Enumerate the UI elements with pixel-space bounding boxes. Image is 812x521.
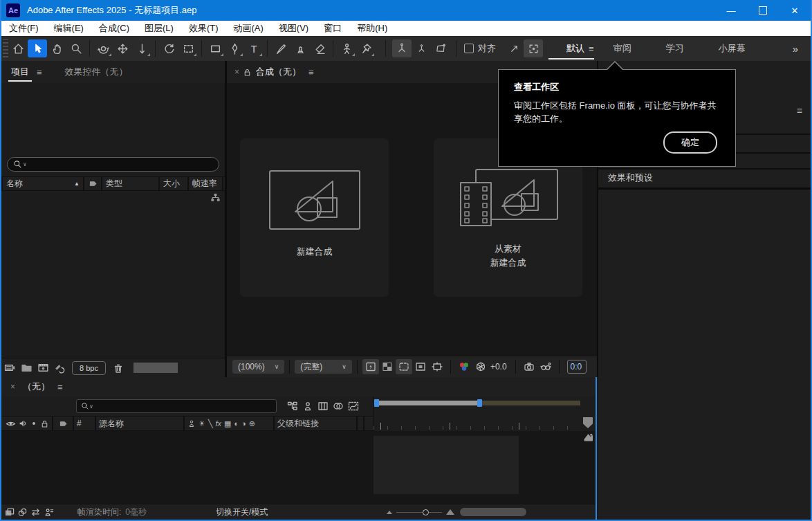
quality-icon[interactable]: ╲ <box>208 419 213 428</box>
timeline-scrollbar-thumb[interactable] <box>460 508 526 516</box>
zoom-slider-knob[interactable] <box>423 509 429 515</box>
dolly-camera-tool[interactable] <box>132 39 151 57</box>
hand-tool[interactable] <box>47 39 66 57</box>
menu-effect[interactable]: 效果(T) <box>181 21 226 36</box>
index-column[interactable]: # <box>73 417 95 430</box>
maximize-button[interactable] <box>747 0 779 21</box>
magnification-dropdown[interactable]: (100%) ∨ <box>232 360 284 374</box>
local-axis-mode-button[interactable] <box>392 39 412 57</box>
close-button[interactable]: ✕ <box>779 0 811 21</box>
audio-speaker-icon[interactable] <box>18 419 28 428</box>
tab-project[interactable]: 项目 <box>7 61 33 83</box>
work-area-start-handle[interactable] <box>374 399 379 407</box>
adjustment-layer-icon[interactable]: ◑ <box>241 419 246 428</box>
minimize-button[interactable]: — <box>715 0 747 21</box>
zoom-slider[interactable] <box>396 512 442 513</box>
pen-tool[interactable] <box>225 39 244 57</box>
menu-window[interactable]: 窗口 <box>316 21 349 36</box>
pin-tool[interactable] <box>356 39 376 57</box>
timecode-field[interactable]: 0:0 <box>567 360 587 374</box>
unified-camera-tool[interactable] <box>178 39 198 57</box>
puppet-tool[interactable] <box>337 39 356 57</box>
project-scrollbar-thumb[interactable] <box>133 363 178 373</box>
resolution-dropdown[interactable]: (完整) ∨ <box>295 360 352 374</box>
project-search-input[interactable] <box>30 159 219 170</box>
info-panel-menu-icon[interactable]: ≡ <box>797 105 802 116</box>
marquee-ui-button[interactable] <box>524 39 543 57</box>
brush-tool[interactable] <box>271 39 290 57</box>
show-channel-button[interactable] <box>456 359 472 374</box>
comp-marker-button[interactable] <box>582 432 594 444</box>
show-snapshot-button[interactable] <box>537 359 554 374</box>
world-axis-mode-button[interactable] <box>412 39 431 57</box>
composition-tab-close-icon[interactable]: × <box>231 67 243 77</box>
motion-blur-icon[interactable]: ◐ <box>234 419 239 428</box>
expand-in-out-button[interactable] <box>29 506 42 518</box>
exposure-region-button[interactable] <box>429 359 445 374</box>
eraser-tool[interactable] <box>310 39 329 57</box>
new-composition-card[interactable]: 新建合成 <box>240 138 389 297</box>
column-frame-rate[interactable]: 帧速率 <box>187 177 223 190</box>
frame-blend-button[interactable] <box>315 399 331 413</box>
menu-help[interactable]: 帮助(H) <box>349 21 395 36</box>
menu-layer[interactable]: 图层(L) <box>137 21 181 36</box>
menu-view[interactable]: 视图(V) <box>271 21 316 36</box>
interpret-footage-button[interactable] <box>1 360 18 376</box>
mask-visibility-button[interactable] <box>412 359 429 374</box>
parent-link-column[interactable]: 父级和链接 <box>273 417 356 430</box>
timeline-search-box[interactable]: ∨ <box>76 399 277 413</box>
snap-checkbox[interactable] <box>464 44 474 53</box>
tab-effect-controls[interactable]: 效果控件（无） <box>61 61 132 83</box>
menu-animation[interactable]: 动画(A) <box>226 21 271 36</box>
threed-layer-icon[interactable]: ⊕ <box>249 419 255 428</box>
solo-icon[interactable] <box>30 419 38 428</box>
menu-file[interactable]: 文件(F) <box>1 21 46 36</box>
tooltip-ok-button[interactable]: 确定 <box>663 131 717 154</box>
search-options-chevron-icon[interactable]: ∨ <box>89 403 93 410</box>
work-area-end-handle[interactable] <box>477 399 482 407</box>
snap-control[interactable]: 对齐 <box>464 42 496 55</box>
shrink-ui-button[interactable] <box>504 39 524 57</box>
zoom-tool[interactable] <box>66 39 86 57</box>
time-ruler[interactable] <box>373 416 581 430</box>
stamp-tool[interactable] <box>290 39 310 57</box>
tab-composition[interactable]: 合成（无） <box>252 61 305 83</box>
menu-composition[interactable]: 合成(C) <box>91 21 137 36</box>
shy-guy-icon[interactable] <box>187 419 196 428</box>
mini-flowchart-button[interactable] <box>285 399 300 413</box>
timeline-search-input[interactable] <box>95 401 276 412</box>
unlock-icon[interactable] <box>243 68 252 77</box>
snapshot-button[interactable] <box>521 359 537 374</box>
pan-camera-tool[interactable] <box>113 39 132 57</box>
frame-blend-icon[interactable]: ▦ <box>224 419 231 428</box>
new-composition-button[interactable] <box>35 360 51 376</box>
expand-transfer-controls-button[interactable] <box>16 506 29 518</box>
color-depth-button[interactable]: 8 bpc <box>72 361 106 375</box>
timeline-panel-menu-icon[interactable]: ≡ <box>54 382 66 392</box>
work-area-bar[interactable] <box>379 401 477 405</box>
composition-panel-menu-icon[interactable]: ≡ <box>305 67 317 77</box>
exposure-value[interactable]: +0.0 <box>490 362 507 372</box>
column-name[interactable]: 名称 ▲ <box>1 177 83 190</box>
toggle-switches-modes-button[interactable]: 切换开关/模式 <box>216 506 268 518</box>
source-name-column[interactable]: 源名称 <box>95 417 183 430</box>
collapse-transformations-icon[interactable]: ☀ <box>199 419 205 428</box>
type-tool[interactable]: T <box>244 39 264 57</box>
zoom-out-icon[interactable] <box>387 511 392 514</box>
new-folder-button[interactable] <box>18 360 35 376</box>
shy-layers-button[interactable] <box>300 399 315 413</box>
view-axis-mode-button[interactable] <box>431 39 450 57</box>
toolbar-grip[interactable] <box>3 39 8 57</box>
menu-edit[interactable]: 编辑(E) <box>46 21 91 36</box>
rail-divider[interactable] <box>598 168 812 170</box>
workspace-tab-learn[interactable]: 学习 <box>663 36 687 61</box>
effects-fx-icon[interactable]: fx <box>216 419 222 428</box>
column-type[interactable]: 类型 <box>101 177 158 190</box>
fast-previews-button[interactable] <box>362 359 379 374</box>
column-size[interactable]: 大小 <box>158 177 187 190</box>
delete-button[interactable] <box>110 360 127 376</box>
timeline-tab-close-icon[interactable]: × <box>7 382 19 392</box>
graph-editor-button[interactable] <box>346 399 361 413</box>
timeline-track-area[interactable] <box>373 436 519 494</box>
orbit-camera-tool[interactable] <box>93 39 113 57</box>
